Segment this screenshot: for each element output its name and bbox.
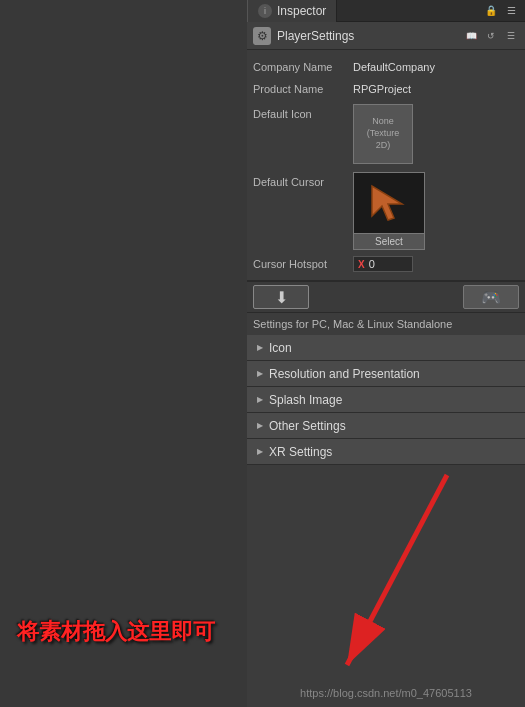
red-arrow-svg bbox=[247, 465, 525, 707]
x-axis-label: X bbox=[358, 259, 365, 270]
gear-icon: ⚙ bbox=[253, 27, 271, 45]
gamepad-icon: 🎮 bbox=[481, 288, 501, 307]
resolution-section-button[interactable]: ▶ Resolution and Presentation bbox=[247, 361, 525, 387]
xr-section-button[interactable]: ▶ XR Settings bbox=[247, 439, 525, 465]
section-label-2: Splash Image bbox=[269, 393, 342, 407]
mobile-platform-button[interactable]: 🎮 bbox=[463, 285, 519, 309]
triangle-icon-1: ▶ bbox=[257, 369, 263, 378]
other-section-button[interactable]: ▶ Other Settings bbox=[247, 413, 525, 439]
default-icon-label: Default Icon bbox=[253, 104, 353, 120]
bottom-area: 将素材拖入这里即可 https://blog.csdn.net/m0_47605… bbox=[247, 465, 525, 707]
player-settings-header: ⚙ PlayerSettings 📖 ↺ ☰ bbox=[247, 22, 525, 50]
cursor-thumbnail[interactable] bbox=[353, 172, 425, 234]
default-icon-area: Default Icon None (Texture 2D) bbox=[253, 104, 519, 164]
inspector-tab[interactable]: i Inspector bbox=[247, 0, 337, 22]
lock-icon[interactable]: 🔒 bbox=[483, 3, 499, 19]
section-label-1: Resolution and Presentation bbox=[269, 367, 420, 381]
tab-label: Inspector bbox=[277, 4, 326, 18]
cursor-hotspot-x-field[interactable]: X 0 bbox=[353, 256, 413, 272]
cursor-x-value: 0 bbox=[369, 258, 375, 270]
triangle-icon-2: ▶ bbox=[257, 395, 263, 404]
section-label-0: Icon bbox=[269, 341, 292, 355]
icon-section-button[interactable]: ▶ Icon bbox=[247, 335, 525, 361]
triangle-icon-3: ▶ bbox=[257, 421, 263, 430]
platform-button-row: ⬇ 🎮 bbox=[247, 281, 525, 313]
section-label-3: Other Settings bbox=[269, 419, 346, 433]
cursor-hotspot-label: Cursor Hotspot bbox=[253, 258, 353, 270]
inspector-panel: i Inspector 🔒 ☰ ⚙ PlayerSettings 📖 ↺ ☰ C… bbox=[247, 0, 525, 707]
triangle-icon-0: ▶ bbox=[257, 343, 263, 352]
chinese-annotation: 将素材拖入这里即可 bbox=[17, 617, 507, 647]
company-name-value: DefaultCompany bbox=[353, 61, 519, 73]
icon-none-line2: (Texture bbox=[367, 128, 400, 140]
download-icon: ⬇ bbox=[275, 288, 288, 307]
cursor-hotspot-row: Cursor Hotspot X 0 bbox=[253, 256, 519, 272]
tab-bar: i Inspector 🔒 ☰ bbox=[247, 0, 525, 22]
cursor-thumbnail-container: Select bbox=[353, 172, 425, 250]
default-cursor-area: Default Cursor Select bbox=[253, 172, 519, 250]
fields-area: Company Name DefaultCompany Product Name… bbox=[247, 50, 525, 281]
svg-marker-0 bbox=[372, 186, 402, 220]
settings-for-label: Settings for PC, Mac & Linux Standalone bbox=[247, 313, 525, 335]
select-button[interactable]: Select bbox=[353, 234, 425, 250]
default-icon-thumbnail[interactable]: None (Texture 2D) bbox=[353, 104, 413, 164]
menu-icon[interactable]: ☰ bbox=[503, 3, 519, 19]
left-panel bbox=[0, 0, 247, 707]
blog-url: https://blog.csdn.net/m0_47605113 bbox=[247, 687, 525, 699]
more-icon[interactable]: ☰ bbox=[503, 28, 519, 44]
pc-platform-button[interactable]: ⬇ bbox=[253, 285, 309, 309]
player-settings-title: PlayerSettings bbox=[277, 29, 463, 43]
company-name-label: Company Name bbox=[253, 61, 353, 73]
header-icons: 📖 ↺ ☰ bbox=[463, 28, 519, 44]
icon-none-line3: 2D) bbox=[376, 140, 391, 152]
triangle-icon-4: ▶ bbox=[257, 447, 263, 456]
icon-none-line1: None bbox=[372, 116, 394, 128]
default-cursor-label: Default Cursor bbox=[253, 172, 353, 188]
tab-icons: 🔒 ☰ bbox=[483, 3, 525, 19]
product-name-row: Product Name RPGProject bbox=[253, 80, 519, 98]
red-arrow-container bbox=[247, 465, 525, 707]
splash-section-button[interactable]: ▶ Splash Image bbox=[247, 387, 525, 413]
info-icon: i bbox=[258, 4, 272, 18]
cursor-arrow-icon bbox=[364, 178, 414, 228]
company-name-row: Company Name DefaultCompany bbox=[253, 58, 519, 76]
refresh-icon[interactable]: ↺ bbox=[483, 28, 499, 44]
section-label-4: XR Settings bbox=[269, 445, 332, 459]
sections-container: ▶ Icon ▶ Resolution and Presentation ▶ S… bbox=[247, 335, 525, 465]
book-icon[interactable]: 📖 bbox=[463, 28, 479, 44]
product-name-value: RPGProject bbox=[353, 83, 519, 95]
product-name-label: Product Name bbox=[253, 83, 353, 95]
